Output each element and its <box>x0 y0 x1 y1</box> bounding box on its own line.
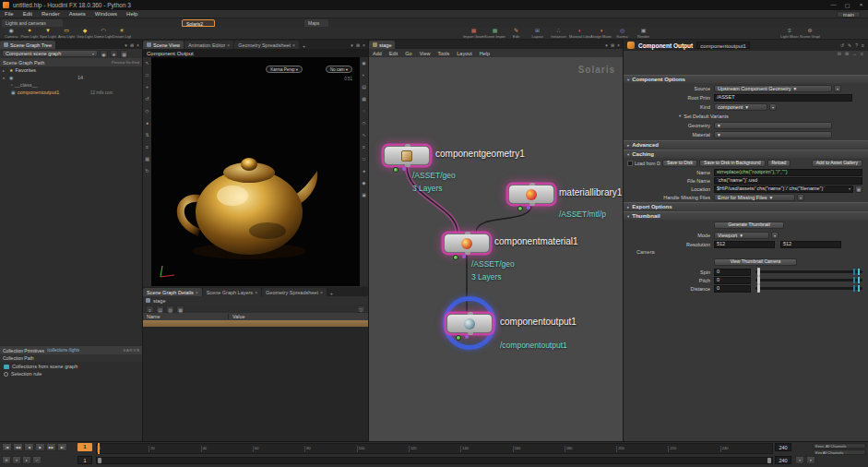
collection-item[interactable]: Collections from scene graph <box>0 363 142 370</box>
node-name-field[interactable]: componentoutput1 <box>696 42 750 49</box>
transport-button[interactable]: ▶| <box>57 443 67 451</box>
tab-animation-editor[interactable]: Animation Editor × <box>184 41 233 49</box>
view-tool-icon[interactable]: ↖ <box>145 57 149 69</box>
display-flag-badge[interactable] <box>527 206 530 210</box>
pane-control-icon[interactable]: ▾ <box>605 42 608 48</box>
slider-handle[interactable] <box>757 268 760 276</box>
range-start-field[interactable]: 1 <box>77 456 92 464</box>
tree-toolbar-icon[interactable]: ★ <box>110 50 118 57</box>
render-flag-badge[interactable] <box>456 335 461 341</box>
file-chooser-button[interactable]: ▦ <box>855 186 862 193</box>
tab-stage-network[interactable]: stage <box>369 41 395 49</box>
shelf-tool[interactable]: ◉ Camera <box>2 27 20 39</box>
keys-info-chip[interactable]: Keys, All Channels <box>813 443 866 449</box>
node-componentoutput1[interactable] <box>446 314 493 333</box>
expand-arrow-icon[interactable]: ▸ <box>3 68 7 73</box>
shelf-tool[interactable]: ◠ Dome Light <box>94 27 113 39</box>
file-name-field[interactable]: `chs("name")`.usd <box>714 177 862 185</box>
distance-field[interactable]: 0 <box>714 285 751 293</box>
close-icon[interactable]: × <box>255 290 257 295</box>
shelf-tool[interactable]: ▭ Area Light <box>57 27 76 39</box>
param-header-icon[interactable]: ✎ <box>848 42 851 48</box>
slider-handle[interactable] <box>757 276 760 284</box>
playbar-option-button[interactable]: ✓ <box>32 456 42 464</box>
node-materiallibrary1[interactable] <box>508 185 554 204</box>
end-frame-field[interactable]: 240 <box>775 443 791 451</box>
details-path[interactable]: stage <box>153 298 165 304</box>
transport-button[interactable]: ◀ <box>24 443 34 451</box>
menu-item[interactable]: Render <box>37 11 65 17</box>
root-prim-field[interactable]: /ASSET <box>714 94 852 102</box>
shelf-tool[interactable]: ▼ Spot Light <box>39 27 57 39</box>
tab-scene-view[interactable]: Scene View <box>143 41 184 49</box>
render-flag-badge[interactable] <box>453 255 458 260</box>
camera-badge[interactable]: No cam ▾ <box>326 66 352 73</box>
display-fog-icon[interactable]: ◆ <box>363 177 366 189</box>
pane-control-icon[interactable]: ⊞ <box>356 42 360 48</box>
desktop-selector[interactable]: main <box>837 11 861 18</box>
key-mode-chip[interactable]: Key All Channels <box>813 449 866 455</box>
resolution-x-field[interactable]: 512 <box>714 241 775 248</box>
pane-control-icon[interactable]: ▾ <box>125 42 127 48</box>
node-label[interactable]: componentoutput1 <box>500 317 577 327</box>
generate-thumbnail-button[interactable]: Generate Thumbnail <box>714 222 784 229</box>
pitch-slider[interactable] <box>755 279 862 281</box>
pane-control-icon[interactable]: × <box>617 42 620 48</box>
viewport-canvas[interactable]: Karma Persp ▾ No cam ▾ 0:51 <box>151 57 360 286</box>
pitch-field[interactable]: 0 <box>714 277 751 284</box>
section-thumbnail[interactable]: ▾ Thumbnail <box>624 211 868 220</box>
menu-item[interactable]: Edit <box>18 11 37 17</box>
shelf-tool[interactable]: ≡ Light Mixer <box>779 27 800 39</box>
current-frame-field[interactable]: 1 <box>77 443 92 451</box>
geometry-variant-dropdown[interactable]: ▾ <box>714 122 832 129</box>
tab-geometry-spreadsheet[interactable]: Geometry Spreadsheet × <box>234 41 299 49</box>
maximize-button[interactable]: ▢ <box>840 2 854 8</box>
load-from-disk-checkbox[interactable] <box>627 161 633 166</box>
node-label[interactable]: componentgeometry1 <box>435 149 525 159</box>
section-caching[interactable]: ▾ Caching <box>624 150 868 158</box>
display-flag-badge[interactable] <box>465 335 469 339</box>
add-to-asset-gallery-button[interactable]: Add to Asset Gallery <box>812 160 862 167</box>
node-label[interactable]: componentmaterial1 <box>494 236 578 246</box>
view-thumbnail-camera-button[interactable]: View Thumbnail Camera <box>714 258 797 266</box>
range-start-handle[interactable] <box>98 458 101 463</box>
menu-item[interactable]: File <box>0 11 18 17</box>
tree-toolbar-icon[interactable]: ▦ <box>120 50 128 57</box>
tab-geometry-spreadsheet-2[interactable]: Geometry Spreadsheet × <box>262 288 327 296</box>
node-componentgeometry1[interactable] <box>384 146 430 165</box>
close-icon[interactable]: × <box>320 290 323 295</box>
name-field[interactable]: strreplace(chs("rootprim"),"/","") <box>714 169 862 176</box>
network-menu-item[interactable]: Help <box>476 51 493 56</box>
display-bg-icon[interactable]: ≡ <box>363 141 365 153</box>
shelf-tool[interactable]: ⊛ Scene Graph <box>800 27 820 39</box>
network-menu-item[interactable]: Tools <box>434 51 453 56</box>
tree-row-componentoutput1[interactable]: ▣ componentoutput1 12 mtls com <box>0 89 142 96</box>
shelf-tool[interactable]: ☀ Distant Light <box>113 27 131 39</box>
scene-graph-selector[interactable]: Component scene graph ▾ <box>2 50 98 57</box>
menu-item[interactable]: Windows <box>90 11 122 17</box>
handles-tool-icon[interactable]: ● <box>146 117 149 129</box>
tree-row-stage-root[interactable]: ▾ ◉ 14 <box>0 74 142 81</box>
display-shaded-icon[interactable]: ◉ <box>362 57 365 69</box>
network-canvas[interactable]: Solaris componentgeometry1 /ASSET/geo 3 … <box>369 57 623 441</box>
transport-button[interactable]: ▶▶ <box>46 443 56 451</box>
param-subheader-icon[interactable]: ⊞ <box>845 51 849 58</box>
node-componentmaterial1[interactable] <box>444 234 490 253</box>
pane-control-icon[interactable]: ⊞ <box>130 42 134 48</box>
tab-scene-graph-details[interactable]: Scene Graph Details × <box>143 288 202 296</box>
collapse-arrow-icon[interactable]: ▾ <box>679 114 681 118</box>
pane-control-icon[interactable]: × <box>137 42 139 48</box>
reload-button[interactable]: Reload <box>767 160 791 167</box>
transport-button[interactable]: |◀ <box>2 443 12 451</box>
display-snap-icon[interactable]: ▣ <box>362 189 366 201</box>
spin-slider[interactable] <box>755 270 862 273</box>
param-menu-button[interactable]: ▾ <box>771 232 779 239</box>
shelf-tool[interactable]: ✎ Edit <box>505 27 527 39</box>
display-normals-icon[interactable]: ○ <box>363 105 365 117</box>
network-menu-item[interactable]: Edit <box>386 51 401 56</box>
select-tool-icon[interactable]: □ <box>146 69 149 81</box>
location-field[interactable]: $HIP/usd/assets/`chs("name")`/`chs("file… <box>714 186 853 193</box>
close-icon[interactable]: × <box>292 42 295 48</box>
shelf-tool[interactable]: ✶ Point Light <box>20 27 39 39</box>
timeline-ruler[interactable]: 120406080100120140160180200220240 <box>96 443 773 454</box>
